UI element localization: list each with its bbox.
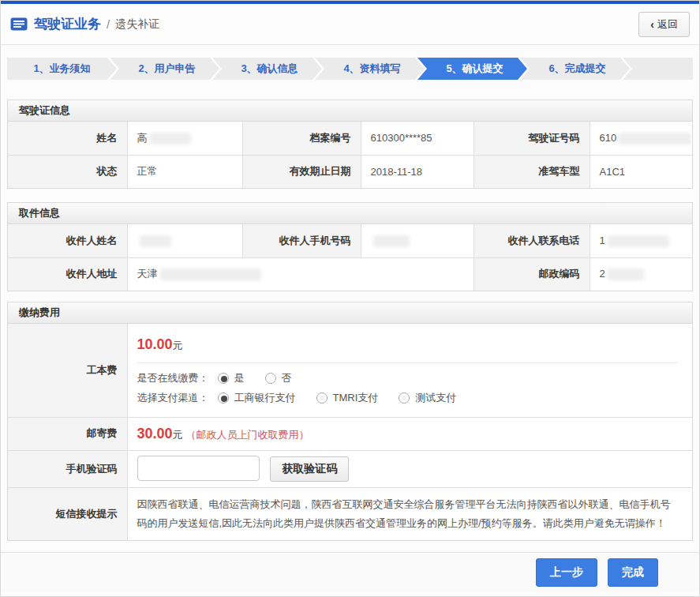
payment-channel-row: 选择支付渠道： 工商银行支付 TMRI支付 测试支付: [137, 391, 693, 405]
radio-selected-icon: [218, 373, 229, 384]
license-no-label: 驾驶证号码: [474, 122, 590, 155]
radio-online-yes[interactable]: 是: [218, 371, 245, 385]
mail-fee-label: 邮寄费: [8, 417, 127, 450]
recipient-address-label: 收件人地址: [8, 257, 127, 291]
step-5-confirm-submit: 5、确认提交: [417, 58, 527, 80]
file-no-value: 610300****85: [361, 122, 474, 155]
redacted-value: [608, 268, 644, 280]
recipient-phone-label: 收件人联系电话: [474, 224, 590, 257]
status-value: 正常: [127, 155, 242, 188]
license-service-icon: [10, 17, 28, 31]
payment-channel-question: 选择支付渠道：: [137, 391, 218, 405]
step-3-confirm-info: 3、确认信息: [212, 58, 322, 80]
radio-channel-tmri[interactable]: TMRI支付: [316, 391, 379, 405]
radio-selected-icon: [218, 392, 229, 404]
finish-button[interactable]: 完成: [608, 558, 658, 587]
postal-code-value: 2: [590, 257, 692, 291]
license-section-title: 驾驶证信息: [8, 100, 692, 122]
redacted-value: [160, 268, 261, 280]
radio-unselected-icon: [316, 392, 328, 404]
vehicle-type-label: 准驾车型: [474, 155, 590, 188]
mail-fee-note: （邮政人员上门收取费用）: [186, 429, 309, 441]
sms-note-text: 因陕西省联通、电信运营商技术问题，陕西省互联网交通安全综合服务管理平台无法向持陕…: [127, 487, 692, 540]
license-no-value: 610: [590, 122, 692, 155]
production-fee-amount-row: 10.00元: [137, 325, 679, 363]
step-6-complete-submit: 6、完成提交: [520, 58, 630, 80]
recipient-name-label: 收件人姓名: [8, 224, 127, 257]
recipient-address-value: 天津: [127, 257, 474, 291]
license-info-table: 姓名 高 档案编号 610300****85 驾驶证号码 610 状态 正常 有…: [8, 122, 692, 188]
recipient-mobile-value: [361, 224, 474, 257]
license-info-section: 驾驶证信息 姓名 高 档案编号 610300****85 驾驶证号码 610 状…: [7, 100, 693, 189]
pickup-info-table: 收件人姓名 收件人手机号码 收件人联系电话 1 收件人地址 天津 邮政编码 2: [8, 224, 692, 291]
mail-fee-content: 30.00元（邮政人员上门收取费用）: [127, 417, 692, 450]
mail-fee-amount: 30.00: [137, 426, 173, 441]
name-label: 姓名: [8, 122, 127, 155]
redacted-value: [619, 133, 691, 145]
radio-unselected-icon: [399, 392, 410, 404]
radio-online-no-label: 否: [282, 371, 292, 385]
recipient-name-value: [127, 224, 242, 257]
breadcrumb-current: 遗失补证: [115, 17, 159, 32]
get-code-button[interactable]: 获取验证码: [270, 456, 349, 482]
sms-note-label: 短信接收提示: [8, 487, 127, 540]
previous-step-button[interactable]: 上一步: [536, 558, 597, 587]
production-fee-content: 10.00元 是否在线缴费： 是 否 选择支: [127, 324, 692, 417]
step-1-business-notice: 1、业务须知: [7, 58, 117, 80]
back-button[interactable]: ‹ 返回: [638, 12, 690, 37]
table-row: 收件人姓名 收件人手机号码 收件人联系电话 1: [8, 224, 692, 257]
valid-until-value: 2018-11-18: [361, 155, 474, 188]
step-2-user-declaration: 2、用户申告: [110, 58, 219, 80]
main-window: 驾驶证业务 / 遗失补证 ‹ 返回 1、业务须知 2、用户申告 3、确认信息 4…: [0, 0, 700, 597]
page-header: 驾驶证业务 / 遗失补证 ‹ 返回: [1, 4, 699, 45]
radio-channel-test[interactable]: 测试支付: [399, 391, 456, 405]
step-4-fill-data: 4、资料填写: [315, 58, 425, 80]
pickup-info-section: 取件信息 收件人姓名 收件人手机号码 收件人联系电话 1 收件人地址 天津 邮政…: [7, 202, 693, 291]
recipient-phone-value: 1: [590, 224, 692, 257]
table-row: 短信接收提示 因陕西省联通、电信运营商技术问题，陕西省互联网交通安全综合服务管理…: [8, 487, 692, 540]
recipient-mobile-label: 收件人手机号码: [242, 224, 361, 257]
radio-channel-icbc-label: 工商银行支付: [234, 391, 296, 405]
online-payment-question-row: 是否在线缴费： 是 否: [137, 371, 693, 385]
back-button-label: 返回: [657, 17, 678, 32]
table-row: 姓名 高 档案编号 610300****85 驾驶证号码 610: [8, 122, 692, 155]
fees-section-title: 缴纳费用: [8, 302, 692, 324]
redacted-value: [608, 235, 669, 247]
valid-until-label: 有效期止日期: [242, 155, 361, 188]
status-label: 状态: [8, 155, 127, 188]
radio-unselected-icon: [265, 373, 276, 384]
chevron-left-icon: ‹: [650, 19, 654, 30]
online-payment-question: 是否在线缴费：: [137, 371, 218, 385]
sms-code-label: 手机验证码: [8, 450, 127, 487]
radio-channel-test-label: 测试支付: [415, 391, 456, 405]
table-row: 邮寄费 30.00元（邮政人员上门收取费用）: [8, 417, 692, 450]
step-bar-filler: [623, 58, 693, 80]
sms-code-input[interactable]: [137, 456, 260, 481]
sms-code-content: 获取验证码: [127, 450, 692, 487]
radio-online-no[interactable]: 否: [265, 371, 292, 385]
footer-action-bar: 上一步 完成: [1, 552, 699, 592]
breadcrumb-separator: /: [107, 17, 110, 31]
step-progress-bar: 1、业务须知 2、用户申告 3、确认信息 4、资料填写 5、确认提交 6、完成提…: [7, 58, 693, 80]
radio-channel-icbc[interactable]: 工商银行支付: [218, 391, 296, 405]
redacted-value: [150, 133, 191, 145]
table-row: 手机验证码 获取验证码: [8, 450, 692, 487]
production-fee-amount: 10.00: [137, 336, 173, 352]
postal-code-label: 邮政编码: [474, 257, 590, 291]
production-fee-label: 工本费: [8, 324, 127, 417]
file-no-label: 档案编号: [242, 122, 361, 155]
vehicle-type-value: A1C1: [590, 155, 692, 188]
redacted-value: [373, 235, 410, 247]
production-fee-unit: 元: [173, 340, 183, 351]
name-value: 高: [127, 122, 242, 155]
table-row: 工本费 10.00元 是否在线缴费： 是 否: [8, 324, 692, 417]
fees-table: 工本费 10.00元 是否在线缴费： 是 否: [8, 324, 692, 540]
fees-section: 缴纳费用 工本费 10.00元 是否在线缴费： 是: [7, 302, 693, 541]
pickup-section-title: 取件信息: [8, 203, 692, 224]
page-title: 驾驶证业务: [34, 15, 101, 33]
table-row: 状态 正常 有效期止日期 2018-11-18 准驾车型 A1C1: [8, 155, 692, 188]
mail-fee-unit: 元: [173, 429, 183, 441]
table-row: 收件人地址 天津 邮政编码 2: [8, 257, 692, 291]
redacted-value: [140, 235, 171, 247]
radio-online-yes-label: 是: [234, 371, 245, 385]
